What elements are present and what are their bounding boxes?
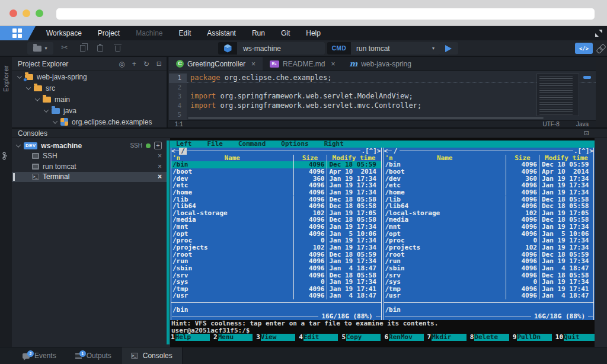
file-row[interactable]: /tmp4096Jan 19 17:41 (384, 286, 594, 293)
size-column-header[interactable]: Size (506, 155, 539, 162)
file-row[interactable]: /projects102Jan 19 17:34 (384, 244, 594, 251)
file-row[interactable]: /srv4096Dec 18 05:58 (171, 272, 381, 279)
mc-menu-file[interactable]: File (207, 141, 223, 148)
menu-project[interactable]: Project (98, 29, 120, 37)
explorer-tab-label[interactable]: Explorer (2, 65, 9, 92)
file-row[interactable]: /lib4096Dec 18 05:58 (171, 196, 381, 203)
refresh-icon[interactable]: ↻ (143, 60, 149, 68)
file-row[interactable]: /srv4096Dec 18 05:58 (384, 272, 594, 279)
collapse-all-icon[interactable]: + (132, 60, 136, 68)
tree-item-web-java-spring[interactable]: web-java-spring (12, 71, 167, 82)
editor-vertical-scrollbar[interactable] (583, 76, 591, 79)
file-row[interactable]: /etc4096Jan 19 17:34 (384, 182, 594, 189)
file-row[interactable]: /proc0Jan 19 17:34 (384, 237, 594, 244)
chevron-down-icon[interactable] (26, 85, 31, 90)
machine-row[interactable]: DEV ws-machine SSH + (12, 141, 167, 151)
file-row[interactable]: /opt4096Jan 5 10:06 (384, 231, 594, 238)
tab-greetingcontroller[interactable]: CGreetingController× (169, 57, 263, 71)
file-row[interactable]: /lib644096Dec 18 05:58 (171, 203, 381, 210)
mc-menu-right[interactable]: Right (324, 141, 344, 148)
file-row[interactable]: /lib4096Dec 18 05:58 (384, 196, 594, 203)
panel-path[interactable]: / (179, 148, 187, 155)
minimize-panel-icon[interactable]: ⊡ (156, 60, 162, 67)
file-row[interactable]: /run4096Jan 19 17:34 (384, 258, 594, 265)
process-run-tomcat[interactable]: run tomcat× (12, 161, 167, 172)
tab-web-java-spring[interactable]: mweb-java-spring (342, 57, 418, 71)
file-row[interactable]: /bin4096Dec 18 05:59 (384, 161, 594, 168)
machine-name-field[interactable]: ws-machine (237, 42, 325, 55)
file-row[interactable]: /sys0Jan 19 17:34 (384, 279, 594, 286)
preview-code-button[interactable]: </> (575, 43, 593, 54)
tree-item-main[interactable]: main (12, 94, 167, 105)
fkey-copy[interactable]: 5Copy (341, 334, 381, 341)
file-row[interactable]: /bin4096Dec 18 05:59 (171, 161, 381, 168)
close-tab-icon[interactable]: × (251, 60, 255, 68)
terminal-screen[interactable]: LeftFileCommandOptionsRight <─/.[^]>'nNa… (170, 138, 595, 347)
close-tab-icon[interactable]: × (331, 60, 335, 68)
process-ssh[interactable]: SSH× (12, 151, 167, 162)
chevron-down-icon[interactable] (44, 107, 49, 112)
git-graph-icon[interactable] (2, 152, 9, 162)
fkey-delete[interactable]: 8Delete (469, 334, 509, 341)
time-column-header[interactable]: Modify time (539, 155, 593, 162)
file-row[interactable]: /lib644096Dec 18 05:58 (384, 203, 594, 210)
minimize-panel-icon[interactable]: ⊡ (584, 130, 589, 136)
zoom-window-button[interactable] (36, 9, 43, 17)
file-row[interactable]: /etc4096Jan 19 17:34 (171, 182, 381, 189)
file-row[interactable]: /sbin4096Jan 4 18:47 (171, 265, 381, 272)
name-column-header[interactable]: 'nName (384, 155, 506, 162)
tab-outputs[interactable]: 1Outputs (66, 347, 121, 364)
file-row[interactable]: /local-storage102Jan 19 17:05 (171, 210, 381, 217)
file-row[interactable]: /dev360Jan 19 17:34 (384, 175, 594, 183)
chevron-down-icon[interactable] (35, 96, 40, 101)
tree-item-java[interactable]: java (12, 105, 167, 116)
file-row[interactable]: /mnt4096Jan 19 17:34 (384, 223, 594, 231)
file-row[interactable]: /boot4096Apr 10 2014 (171, 168, 381, 175)
editor-horizontal-scrollbar[interactable] (188, 117, 544, 119)
file-row[interactable]: /boot4096Apr 10 2014 (384, 168, 594, 175)
minimap[interactable] (536, 74, 579, 116)
scope-icon[interactable]: ◎ (119, 60, 124, 68)
process-terminal[interactable]: Terminal× (12, 172, 167, 183)
size-column-header[interactable]: Size (293, 155, 327, 162)
file-row[interactable]: /dev360Jan 19 17:34 (171, 175, 381, 183)
file-row[interactable]: /opt4096Jan 5 10:06 (171, 231, 381, 238)
menu-edit[interactable]: Edit (179, 29, 191, 37)
new-project-button[interactable]: ▾ (27, 42, 53, 55)
terminal-scrollbar[interactable] (167, 141, 170, 344)
menu-workspace[interactable]: Workspace (46, 29, 82, 37)
tree-item-src[interactable]: src (12, 82, 167, 94)
file-row[interactable]: /run4096Jan 19 17:34 (171, 258, 381, 265)
file-row[interactable]: /root4096Dec 18 05:59 (171, 251, 381, 258)
close-process-icon[interactable]: × (158, 173, 162, 181)
fkey-renmov[interactable]: 6RenMov (384, 334, 423, 341)
file-row[interactable]: /media4096Dec 18 05:58 (384, 216, 594, 223)
tab-consoles[interactable]: Consoles (121, 347, 183, 364)
minimize-window-button[interactable] (23, 9, 30, 17)
fkey-edit[interactable]: 4Edit (298, 334, 338, 341)
file-row[interactable]: /local-storage102Jan 19 17:05 (384, 210, 594, 217)
tab-events[interactable]: 2Events (13, 347, 66, 364)
file-row[interactable]: /root4096Dec 18 05:59 (384, 251, 594, 258)
menu-run[interactable]: Run (252, 29, 265, 37)
fkey-quit[interactable]: 10Quit (555, 334, 595, 341)
fkey-view[interactable]: 3View (255, 334, 295, 341)
unlink-icon[interactable] (594, 42, 606, 55)
fkey-pulldn[interactable]: 9PullDn (512, 334, 552, 341)
file-row[interactable]: /media4096Dec 18 05:58 (171, 216, 381, 223)
delete-icon[interactable] (115, 46, 120, 52)
command-dropdown[interactable]: run tomcat ▾ (351, 42, 440, 55)
paste-icon[interactable] (97, 45, 103, 52)
cut-icon[interactable]: ✂ (61, 43, 68, 52)
fkey-mkdir[interactable]: 7Mkdir (427, 334, 467, 341)
file-row[interactable]: /home4096Jan 19 17:34 (171, 189, 381, 196)
file-row[interactable]: /sbin4096Jan 4 18:47 (384, 265, 594, 272)
menu-git[interactable]: Git (281, 29, 290, 37)
machine-selector-button[interactable] (218, 42, 237, 55)
close-window-button[interactable] (9, 9, 17, 17)
copy-icon[interactable] (80, 45, 85, 52)
file-row[interactable]: /proc0Jan 19 17:34 (171, 237, 381, 244)
menu-machine[interactable]: Machine (136, 29, 162, 37)
fullscreen-icon[interactable] (595, 30, 602, 37)
tree-item-org-eclipse-che-examples[interactable]: org.eclipse.che.examples (12, 116, 167, 127)
